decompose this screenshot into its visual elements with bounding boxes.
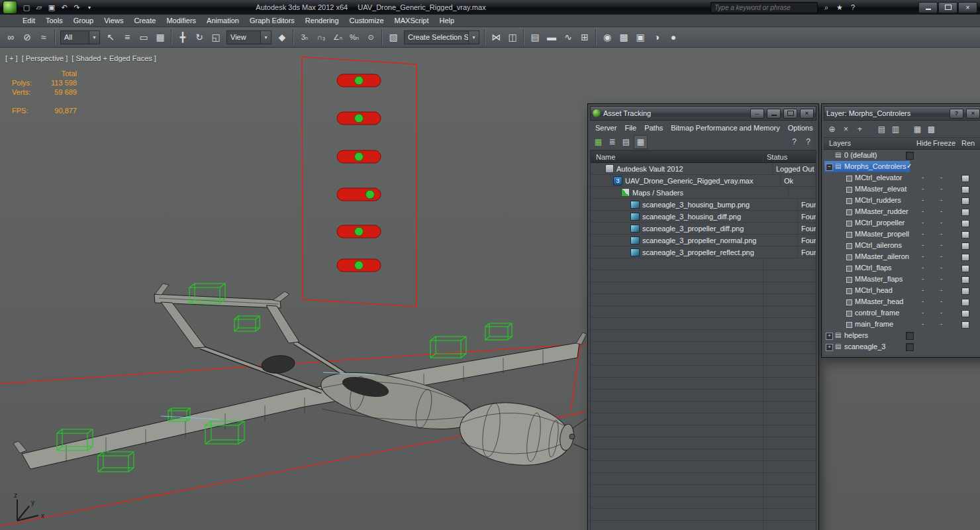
- selection-filter-dropdown[interactable]: All ▾: [60, 30, 100, 44]
- asset-row-vault[interactable]: Autodesk Vault 2012 Logged Out ...: [591, 163, 816, 175]
- select-and-manipulate-icon[interactable]: ◆: [274, 29, 290, 45]
- rendered-frame-window-icon[interactable]: ▣: [632, 29, 648, 45]
- layer-object-row[interactable]: MCtrl_flaps --: [824, 262, 980, 274]
- render-production-icon[interactable]: ●: [665, 29, 681, 45]
- select-and-link-icon[interactable]: ∞: [3, 29, 19, 45]
- layer-object-row[interactable]: MMaster_elevat --: [824, 184, 980, 195]
- layer-table-header[interactable]: Layers Hide Freeze Ren: [824, 138, 980, 150]
- asset-row-bitmap[interactable]: scaneagle_3_propeller_normal.png Found: [591, 235, 816, 246]
- layer-row-scaneagle[interactable]: + ▤ scaneagle_3: [824, 341, 980, 352]
- render-setup-icon[interactable]: ▩: [616, 29, 632, 45]
- add-to-layer-icon[interactable]: +: [854, 123, 866, 136]
- menu-create[interactable]: Create: [128, 15, 161, 26]
- layer-row-default[interactable]: ▤ 0 (default): [824, 150, 980, 161]
- qat-dropdown-icon[interactable]: ▾: [84, 2, 95, 13]
- align-icon[interactable]: ◫: [505, 29, 520, 45]
- material-editor-icon[interactable]: ◉: [599, 29, 615, 45]
- graphite-ribbon-icon[interactable]: ▬: [544, 29, 560, 45]
- help-icon[interactable]: ?: [802, 136, 814, 148]
- column-header-freeze[interactable]: Freeze: [933, 139, 956, 147]
- new-layer-icon[interactable]: ⊕: [826, 123, 838, 136]
- renderable-toggle-icon[interactable]: [961, 242, 969, 250]
- context-help-icon[interactable]: ?: [788, 136, 801, 148]
- asset-menu-paths[interactable]: Paths: [640, 124, 667, 132]
- renderable-toggle-icon[interactable]: [961, 209, 969, 216]
- minimize-button[interactable]: [918, 2, 938, 13]
- undo-icon[interactable]: ↶: [59, 2, 70, 13]
- renderable-toggle-icon[interactable]: [961, 299, 969, 306]
- column-header-name[interactable]: Name: [591, 151, 763, 162]
- asset-row-bitmap[interactable]: scaneagle_3_housing_diff.png Found: [591, 211, 816, 223]
- table-view-icon[interactable]: ▦: [634, 135, 648, 149]
- layer-help-button[interactable]: ?: [950, 109, 963, 119]
- renderable-toggle-icon[interactable]: [961, 265, 969, 272]
- asset-minimize-button[interactable]: [767, 109, 781, 119]
- hide-checkbox[interactable]: [906, 152, 914, 160]
- select-and-scale-icon[interactable]: ◱: [208, 29, 224, 45]
- select-highlighted-icon[interactable]: ▤: [875, 123, 888, 136]
- menu-customize[interactable]: Customize: [344, 15, 389, 26]
- uav-drone-model[interactable]: [13, 284, 589, 472]
- rectangular-selection-region-icon[interactable]: ▭: [136, 29, 152, 45]
- layer-manager-titlebar[interactable]: Layer: Morphs_Controlers ? ×: [824, 106, 980, 121]
- highlight-selected-icon[interactable]: ▥: [889, 123, 902, 136]
- close-button[interactable]: ×: [958, 2, 977, 13]
- dock-button[interactable]: ↔: [750, 109, 764, 119]
- asset-close-button[interactable]: ×: [800, 109, 814, 119]
- morph-slider[interactable]: [337, 112, 381, 125]
- select-and-rotate-icon[interactable]: ↻: [191, 29, 207, 45]
- mirror-icon[interactable]: ⋈: [488, 29, 504, 45]
- asset-row-bitmap[interactable]: scaneagle_3_propeller_diff.png Found: [591, 223, 816, 235]
- layer-close-button[interactable]: ×: [966, 109, 980, 119]
- asset-row-max-file[interactable]: 3UAV_Drone_Generic_Rigged_vray.max Ok: [591, 175, 816, 187]
- renderable-toggle-icon[interactable]: [961, 321, 969, 329]
- layer-object-row[interactable]: MCtrl_ailerons --: [824, 240, 980, 251]
- menu-graph-editors[interactable]: Graph Editors: [244, 15, 300, 26]
- select-by-name-icon[interactable]: ≡: [119, 29, 135, 45]
- layer-object-row[interactable]: MMaster_propell --: [824, 229, 980, 240]
- renderable-toggle-icon[interactable]: [961, 231, 969, 238]
- layer-object-row[interactable]: MMaster_rudder --: [824, 206, 980, 217]
- open-file-icon[interactable]: ▱: [34, 2, 44, 13]
- layer-object-row[interactable]: MMaster_flaps --: [824, 274, 980, 285]
- search-icon[interactable]: ⌕: [822, 3, 831, 12]
- viewport-general-menu[interactable]: [ + ]: [5, 54, 18, 62]
- maximize-button[interactable]: [938, 2, 957, 13]
- render-iterative-icon[interactable]: ◑: [649, 29, 665, 45]
- snaps-toggle-icon[interactable]: ∩₃: [313, 29, 329, 45]
- delete-layer-icon[interactable]: ×: [840, 123, 852, 136]
- layer-row-morphs-controlers[interactable]: − ▤ Morphs_Controlers ✓: [824, 161, 980, 172]
- menu-animation[interactable]: Animation: [201, 15, 244, 26]
- select-object-icon[interactable]: ↖: [103, 29, 119, 45]
- expand-toggle[interactable]: +: [826, 333, 833, 340]
- redo-icon[interactable]: ↷: [72, 2, 82, 13]
- expand-toggle[interactable]: +: [826, 344, 833, 351]
- help-icon[interactable]: ?: [848, 3, 858, 12]
- layer-object-row[interactable]: MCtrl_elevator --: [824, 172, 980, 184]
- named-selection-sets-icon[interactable]: ▧: [385, 29, 401, 45]
- layer-object-row[interactable]: MMaster_head --: [824, 296, 980, 307]
- percent-snap-icon[interactable]: %ₙ: [346, 29, 362, 45]
- renderable-toggle-icon[interactable]: [961, 254, 969, 261]
- current-layer-check-icon[interactable]: ✓: [906, 162, 912, 170]
- reference-coordinate-dropdown[interactable]: View ▾: [226, 30, 271, 44]
- collapse-toggle[interactable]: −: [826, 164, 833, 171]
- hide-checkbox[interactable]: [906, 332, 914, 340]
- window-crossing-icon[interactable]: ▦: [152, 29, 168, 45]
- menu-edit[interactable]: Edit: [17, 15, 40, 26]
- asset-table-header[interactable]: Name Status: [591, 151, 816, 163]
- layer-row-helpers[interactable]: + ▤ helpers: [824, 330, 980, 341]
- renderable-toggle-icon[interactable]: [961, 310, 969, 317]
- bind-to-space-warp-icon[interactable]: ≈: [36, 29, 52, 45]
- refresh-status-icon[interactable]: ▦: [592, 136, 605, 148]
- viewport-pov-menu[interactable]: [ Perspective ]: [22, 54, 68, 62]
- select-and-move-icon[interactable]: ╋: [175, 29, 191, 45]
- layer-manager-icon[interactable]: ▤: [527, 29, 543, 45]
- menu-maxscript[interactable]: MAXScript: [389, 15, 434, 26]
- morph-slider[interactable]: [337, 188, 381, 201]
- menu-help[interactable]: Help: [434, 15, 460, 26]
- asset-row-maps-shaders[interactable]: Maps / Shaders: [591, 187, 816, 199]
- column-header-render[interactable]: Ren: [961, 139, 977, 147]
- column-header-layers[interactable]: Layers: [829, 139, 851, 147]
- layer-object-row[interactable]: main_frame --: [824, 319, 980, 330]
